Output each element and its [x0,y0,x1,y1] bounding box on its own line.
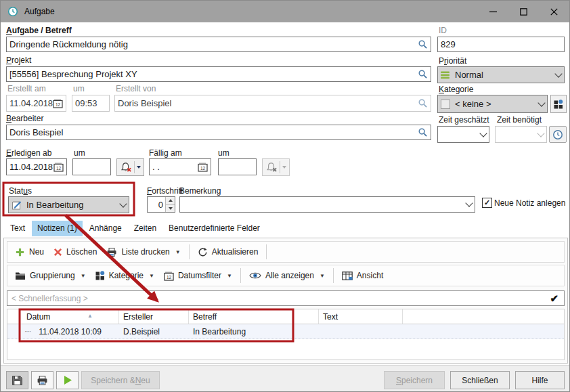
window-title: Aufgabe [24,7,55,16]
remark-combo[interactable] [179,196,475,213]
tab-benutzerdefinierte-felder[interactable]: Benutzerdefinierte Felder [163,221,265,236]
new-note-checkbox[interactable]: ✓ [482,198,492,208]
chevron-down-icon[interactable]: ▼ [175,249,181,255]
search-icon[interactable] [418,69,428,79]
subject-value: Dringende Rückmeldung nötig [9,39,128,49]
chevron-down-icon[interactable]: ▼ [81,273,86,279]
calendar-icon: 12 [164,271,174,281]
created-date-value: 11.04.2018 [9,98,53,108]
time-estimated-combo[interactable] [437,126,489,143]
new-note-button[interactable]: Neu [10,244,49,260]
search-icon[interactable] [418,127,428,137]
created-by-field: Doris Beispiel [114,95,431,112]
row-expander-icon[interactable]: ···· [24,328,30,335]
category-filter-label: Kategorie [109,271,144,280]
refresh-button[interactable]: Aktualisieren [193,244,263,260]
toolbar-separator [240,268,241,283]
show-all-button[interactable]: Alle anzeigen ▼ [244,267,330,284]
priority-select[interactable]: Normal [437,66,565,83]
id-input[interactable]: 829 [437,37,565,52]
due-time-label: um [218,148,229,158]
project-input[interactable]: [55556] Besprechung Projekt XY [6,66,431,82]
spinner-buttons [165,197,175,212]
save-and-new-button: Speichern & Neu [81,371,160,389]
column-header-text[interactable]: Text [319,309,403,324]
print-icon-button[interactable] [31,371,53,389]
minimize-icon[interactable] [478,1,508,22]
sort-ascending-icon[interactable]: ▲ [87,313,93,319]
title-bar[interactable]: Aufgabe [1,1,569,22]
spin-up-icon[interactable] [166,197,175,204]
assignee-input[interactable]: Doris Beispiel [6,125,431,140]
status-select[interactable]: In Bearbeitung [8,196,129,213]
view-button[interactable]: Ansicht [337,267,388,284]
tab-notizen[interactable]: Notizen (1) [32,221,83,236]
new-note-label[interactable]: Neue Notiz anlegen [494,198,565,208]
time-clock-button[interactable] [549,126,567,143]
maximize-icon[interactable] [508,1,539,22]
start-date-value: 11.04.2018 [9,162,53,172]
close-icon[interactable] [539,1,569,22]
table-header-row: Datum ▲ Ersteller Betreff Text [7,309,564,324]
notes-table: Datum ▲ Ersteller Betreff Text ···· 11.0… [7,309,565,360]
calendar-icon[interactable]: 12 [198,162,208,172]
chevron-down-icon[interactable]: ▼ [320,273,325,279]
category-squares-button[interactable] [550,95,567,113]
svg-text:12: 12 [200,166,206,171]
tab-text[interactable]: Text [5,221,30,236]
category-filter-button[interactable]: Kategorie ▼ [91,267,159,284]
refresh-label: Aktualisieren [212,247,259,257]
save-icon-button[interactable] [6,371,28,389]
chevron-down-icon[interactable] [137,166,141,169]
new-note-label: Neu [29,247,44,257]
close-button[interactable]: Schließen [450,371,510,389]
delete-note-button[interactable]: Löschen [49,244,102,260]
column-header-filler [403,309,564,324]
start-icon-button[interactable] [56,371,79,389]
grouping-button[interactable]: Gruppierung ▼ [10,267,91,284]
printer-icon [37,375,48,386]
start-date-field[interactable]: 11.04.2018 12 [6,158,67,175]
calendar-icon[interactable]: 12 [53,162,64,172]
spin-down-icon[interactable] [166,204,175,213]
print-list-button[interactable]: Liste drucken ▼ [102,244,185,260]
printer-icon [106,247,117,257]
date-filter-button[interactable]: 12 Datumsfilter ▼ [159,267,237,284]
created-time-field: 09:53 [72,95,110,112]
column-header-ersteller[interactable]: Ersteller [119,309,189,324]
chevron-down-icon[interactable]: ▼ [149,273,154,279]
tab-anhaenge[interactable]: Anhänge [84,221,127,236]
progress-spinner[interactable]: 0 [147,196,175,213]
search-icon[interactable] [418,39,428,49]
column-header-datum[interactable]: Datum ▲ [7,309,119,324]
remark-label: Bemerkung [179,186,221,196]
due-date-field[interactable]: . . 12 [149,158,211,175]
help-button[interactable]: Hilfe [515,371,565,389]
due-time-field[interactable] [218,158,257,175]
quick-entry-input[interactable] [7,294,550,303]
notes-filter-toolbar: Gruppierung ▼ Kategorie ▼ 12 Datumsfilte… [7,265,565,286]
tab-zeiten[interactable]: Zeiten [129,221,162,236]
category-select[interactable]: < keine > [437,95,548,113]
confirm-check-icon[interactable]: ✔ [550,292,558,305]
toolbar-separator [333,268,334,283]
delete-note-label: Löschen [66,247,97,257]
id-value: 829 [441,39,456,49]
created-time-value: 09:53 [75,98,97,108]
start-time-label: um [74,148,85,158]
delete-x-icon [53,248,62,257]
category-value: < keine > [455,99,491,109]
task-dialog-window: Aufgabe Aufgabe / Betreff Dringende Rück… [0,0,570,392]
start-reminder-button[interactable] [116,158,144,176]
date-filter-label: Datumsfilter [178,271,221,280]
start-time-field[interactable] [72,158,111,175]
table-row[interactable]: ···· 11.04.2018 10:09 D.Beispiel In Bear… [7,324,564,339]
chevron-down-icon[interactable]: ▼ [227,273,232,279]
toolbar-separator [266,244,267,259]
status-label: Status [9,186,32,196]
cell-ersteller: D.Beispiel [119,324,189,339]
category-squares-icon [95,271,105,280]
column-header-betreff[interactable]: Betreff [189,309,319,324]
subject-input[interactable]: Dringende Rückmeldung nötig [6,37,431,52]
plus-icon [15,247,25,257]
